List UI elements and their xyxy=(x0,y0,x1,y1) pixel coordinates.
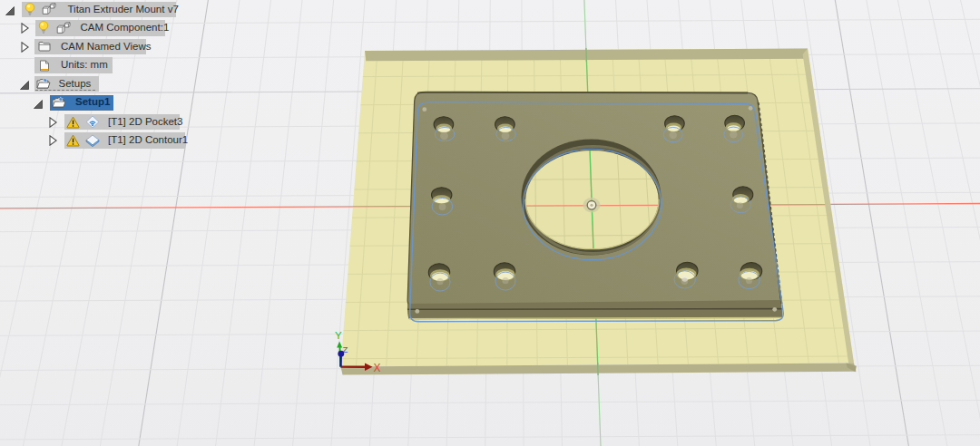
svg-text:X: X xyxy=(374,362,381,374)
svg-text:Y: Y xyxy=(335,330,342,341)
